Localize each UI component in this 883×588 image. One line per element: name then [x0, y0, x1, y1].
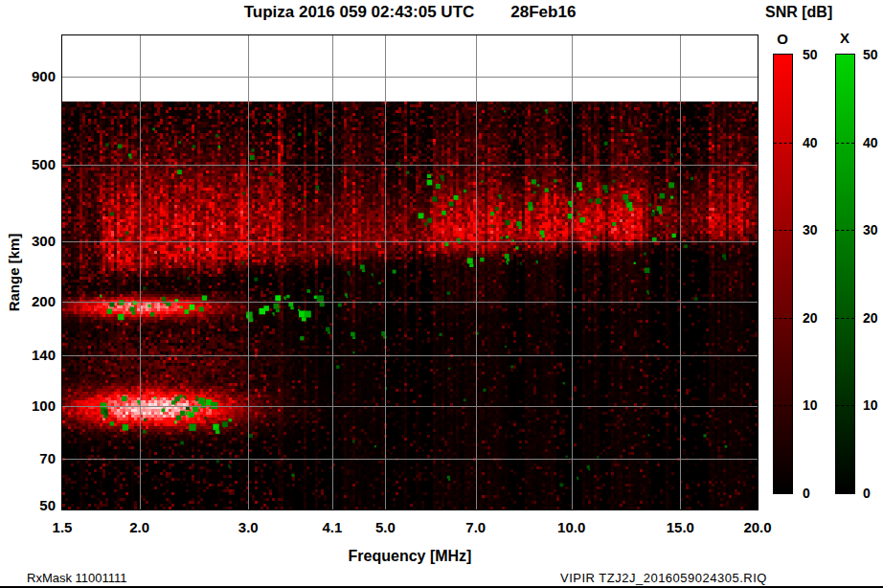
colorbar-x-tick-label: 30 — [863, 222, 883, 237]
source-filename-text: VIPIR TZJ2J_2016059024305.RIQ — [560, 571, 767, 585]
snr-colorbar-o — [773, 54, 793, 494]
y-tick-label: 500 — [8, 156, 56, 173]
colorbar-o-tick-label: 50 — [803, 47, 827, 62]
colorbar-o-tick-label: 20 — [803, 310, 827, 326]
ionogram-heatmap-canvas — [62, 35, 758, 509]
colorbar-o-tick-label: 0 — [803, 486, 827, 501]
colorbar-o-tick-dash — [774, 230, 792, 231]
y-tick-label: 50 — [8, 497, 56, 514]
x-tick-label: 1.5 — [32, 519, 93, 536]
x-tick-label: 4.1 — [302, 519, 363, 536]
x-axis-title: Frequency [MHz] — [62, 548, 758, 565]
x-tick-label: 5.0 — [354, 519, 416, 536]
colorbar-o-tick-label: 30 — [803, 222, 827, 237]
x-tick-label: 10.0 — [541, 519, 602, 536]
colorbar-x-tick-dash — [836, 318, 854, 319]
y-tick-label: 100 — [8, 397, 56, 415]
colorbar-o-tick-dash — [774, 143, 792, 144]
colorbar-o-tick-dash — [774, 405, 792, 406]
colorbar-x-tick-label: 10 — [863, 397, 883, 413]
colorbar-x-tick-dash — [836, 230, 854, 231]
y-tick-label: 140 — [8, 347, 56, 364]
o-polarization-label: O — [773, 31, 792, 47]
colorbar-x-tick-label: 40 — [863, 135, 883, 150]
snr-colorbar-x — [835, 54, 855, 494]
x-polarization-label: X — [835, 30, 854, 46]
colorbar-o-tick-label: 10 — [803, 397, 827, 413]
x-tick-label: 15.0 — [649, 519, 711, 536]
y-tick-label: 300 — [8, 233, 56, 250]
colorbar-title: SNR [dB] — [765, 4, 832, 21]
y-tick-label: 70 — [8, 450, 56, 467]
colorbar-o-tick-dash — [774, 318, 792, 319]
x-tick-label: 7.0 — [445, 519, 507, 536]
y-tick-label: 200 — [8, 293, 56, 310]
colorbar-x-tick-dash — [836, 143, 854, 144]
rxmask-status-text: RxMask 11001111 — [27, 571, 127, 585]
colorbar-x-tick-label: 20 — [863, 310, 883, 326]
ionogram-plot-frame — [61, 34, 758, 510]
colorbar-o-tick-label: 40 — [803, 135, 827, 150]
x-tick-label: 20.0 — [727, 519, 788, 536]
station-time-title: Tupiza 2016 059 02:43:05 UTC — [244, 3, 475, 22]
colorbar-x-tick-dash — [836, 405, 854, 406]
y-tick-label: 900 — [8, 68, 56, 85]
plot-title: Tupiza 2016 059 02:43:05 UTC 28Feb16 — [62, 2, 758, 23]
colorbar-x-tick-label: 50 — [863, 47, 883, 62]
colorbar-x-tick-label: 0 — [863, 486, 883, 501]
date-label: 28Feb16 — [510, 3, 576, 22]
x-tick-label: 2.0 — [109, 519, 170, 536]
x-tick-label: 3.0 — [217, 519, 279, 536]
